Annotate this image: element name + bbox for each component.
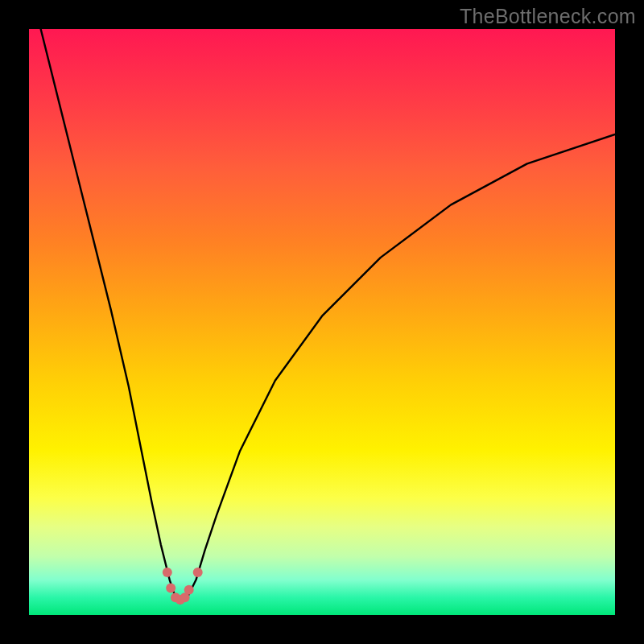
- highlight-point: [163, 568, 172, 577]
- highlight-point: [166, 584, 175, 593]
- chart-frame: TheBottleneck.com: [0, 0, 644, 644]
- watermark-text: TheBottleneck.com: [460, 5, 636, 28]
- highlight-point: [193, 568, 203, 577]
- highlight-point: [184, 585, 194, 595]
- plot-area: [29, 29, 615, 615]
- bottleneck-curve: [41, 29, 615, 603]
- curve-layer: [29, 29, 615, 615]
